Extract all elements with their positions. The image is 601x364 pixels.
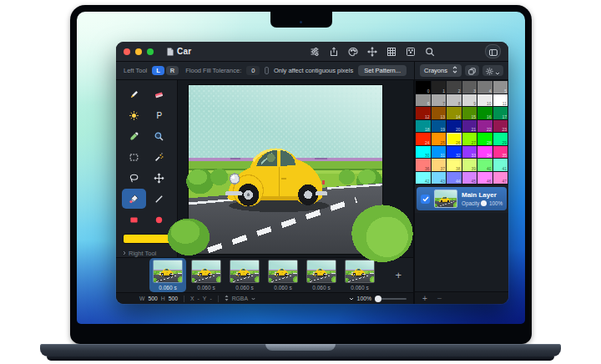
color-swatch-27[interactable]: 27 (462, 133, 477, 145)
width-value[interactable]: 500 (148, 296, 157, 301)
left-mouse-button[interactable]: L (152, 66, 164, 75)
color-swatch-0[interactable]: 0 (416, 81, 431, 94)
opacity-slider[interactable] (482, 203, 487, 205)
color-swatch-13[interactable]: 13 (432, 107, 447, 119)
zoom-slider-knob[interactable] (375, 296, 381, 302)
color-swatch-8[interactable]: 8 (447, 94, 462, 107)
color-swatch-23[interactable]: 23 (493, 120, 508, 133)
color-swatch-7[interactable]: 7 (432, 94, 447, 107)
set-pattern-button[interactable]: Set Pattern... (358, 65, 407, 76)
flood-fill-tool-button[interactable] (122, 189, 146, 209)
color-swatch-35[interactable]: 35 (493, 146, 508, 159)
minimize-button[interactable] (135, 48, 142, 55)
pencil-tool-button[interactable] (122, 84, 146, 104)
palette-actions-button[interactable] (482, 65, 503, 76)
layer-row[interactable]: Main Layer Opacity 100% (417, 187, 507, 210)
color-swatch-20[interactable]: 20 (447, 120, 462, 133)
sidebar-toggle-button[interactable] (485, 44, 501, 58)
ellipse-tool-button[interactable] (147, 210, 171, 230)
color-swatch-22[interactable]: 22 (477, 120, 492, 133)
search-icon[interactable] (425, 47, 435, 57)
add-layer-button[interactable]: + (422, 294, 427, 303)
color-swatch-44[interactable]: 44 (447, 172, 462, 185)
color-swatch-9[interactable]: 9 (462, 94, 477, 107)
color-swatch-46[interactable]: 46 (477, 172, 492, 185)
animation-frame[interactable]: 0.060 s (303, 258, 340, 292)
color-swatch-21[interactable]: 21 (462, 120, 477, 133)
color-swatch-11[interactable]: 11 (493, 94, 508, 107)
share-icon[interactable] (329, 47, 339, 57)
color-swatch-43[interactable]: 43 (432, 172, 447, 185)
color-swatch-41[interactable]: 41 (493, 159, 508, 171)
canvas-area[interactable] (178, 80, 414, 257)
color-swatch-36[interactable]: 36 (416, 159, 431, 171)
color-swatch-10[interactable]: 10 (477, 94, 492, 107)
color-swatch-37[interactable]: 37 (432, 159, 447, 171)
color-swatch-1[interactable]: 1 (432, 81, 447, 94)
color-swatch-47[interactable]: 47 (493, 172, 508, 185)
color-swatch-30[interactable]: 30 (416, 146, 431, 159)
color-swatch-17[interactable]: 17 (493, 107, 508, 119)
tool-settings-icon[interactable] (310, 47, 320, 57)
zoom-tool-button[interactable] (147, 126, 171, 146)
color-swatch-18[interactable]: 18 (416, 120, 431, 133)
color-swatch-5[interactable]: 5 (493, 81, 508, 94)
pattern-icon[interactable] (406, 47, 416, 57)
color-swatch-12[interactable]: 12 (416, 107, 431, 119)
color-swatch-26[interactable]: 26 (447, 133, 462, 145)
color-swatch-33[interactable]: 33 (462, 146, 477, 159)
eraser-tool-button[interactable] (147, 84, 171, 104)
duplicate-palette-button[interactable] (465, 65, 479, 76)
color-swatch-39[interactable]: 39 (462, 159, 477, 171)
layer-visibility-checkbox[interactable] (421, 195, 430, 204)
opacity-slider-knob[interactable] (481, 200, 487, 206)
color-swatch-15[interactable]: 15 (462, 107, 477, 119)
color-swatch-24[interactable]: 24 (416, 133, 431, 145)
color-swatch-45[interactable]: 45 (462, 172, 477, 185)
color-swatch-28[interactable]: 28 (477, 133, 492, 145)
close-button[interactable] (124, 48, 130, 55)
right-mouse-button[interactable]: R (166, 66, 179, 75)
rect-select-tool-button[interactable] (122, 147, 146, 167)
color-swatch-38[interactable]: 38 (447, 159, 462, 171)
move-icon[interactable] (367, 47, 377, 57)
move-tool-button[interactable] (147, 168, 171, 188)
animation-frame[interactable]: 0.060 s (265, 258, 301, 292)
color-swatch-32[interactable]: 32 (447, 146, 462, 159)
animation-frame[interactable]: 0.060 s (226, 258, 263, 292)
animation-frame[interactable]: 0.060 s (188, 258, 225, 292)
add-frame-button[interactable]: + (395, 270, 402, 281)
pattern-stamp-tool-button[interactable]: P (147, 105, 171, 125)
rectangle-tool-button[interactable] (122, 210, 146, 230)
color-swatch-16[interactable]: 16 (477, 107, 492, 119)
right-tool-section[interactable]: Right Tool (123, 250, 156, 257)
color-swatch-29[interactable]: 29 (493, 133, 508, 145)
grid-icon[interactable] (386, 47, 396, 57)
color-swatch-3[interactable]: 3 (462, 81, 477, 94)
color-swatch-4[interactable]: 4 (477, 81, 492, 94)
animation-frame[interactable]: 0.060 s (149, 258, 186, 292)
zoom-button[interactable] (147, 48, 154, 55)
color-swatch-42[interactable]: 42 (416, 172, 431, 185)
current-color-swatch[interactable] (124, 235, 170, 243)
color-swatch-31[interactable]: 31 (432, 146, 447, 159)
color-swatch-19[interactable]: 19 (432, 120, 447, 133)
zoom-slider[interactable] (375, 298, 407, 300)
remove-layer-button[interactable]: − (437, 294, 442, 303)
canvas-artwork[interactable] (189, 85, 382, 254)
tolerance-value-field[interactable]: 0 (246, 66, 260, 75)
color-swatch-2[interactable]: 2 (447, 81, 462, 94)
color-swatch-40[interactable]: 40 (477, 159, 492, 171)
animation-frame[interactable]: 0.060 s (341, 258, 378, 292)
color-swatch-6[interactable]: 6 (416, 94, 431, 107)
brightness-tool-button[interactable] (122, 105, 146, 125)
contiguous-checkbox[interactable] (265, 67, 268, 74)
magic-wand-tool-button[interactable] (147, 147, 171, 167)
color-swatch-25[interactable]: 25 (432, 133, 447, 145)
line-tool-button[interactable] (147, 189, 171, 209)
lasso-tool-button[interactable] (122, 168, 146, 188)
palette-select[interactable]: Crayons (420, 64, 462, 77)
zoom-value[interactable]: 100% (357, 296, 371, 301)
color-swatch-14[interactable]: 14 (447, 107, 462, 119)
palette-icon[interactable] (348, 47, 358, 57)
